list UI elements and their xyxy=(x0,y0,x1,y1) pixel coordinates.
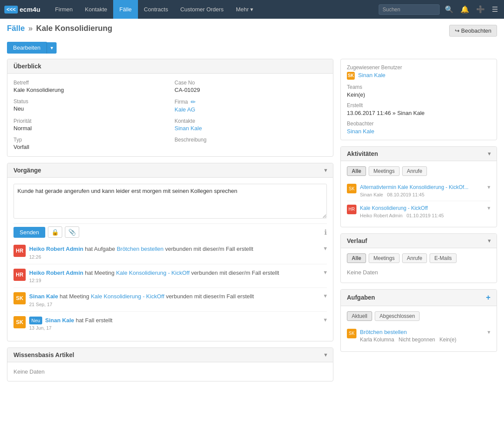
verlauf-collapse-icon[interactable]: ▾ xyxy=(488,238,491,244)
wissensbasis-body: Keine Daten xyxy=(7,362,333,381)
aufgabe-actions[interactable]: ▾ xyxy=(487,329,491,335)
firma-label: Firma ✏ xyxy=(175,98,327,105)
erstellt-label: Erstellt xyxy=(347,102,491,108)
wissensbasis-panel: Wissensbasis Artikel ▾ Keine Daten xyxy=(7,347,333,381)
nav-contracts[interactable]: Contracts xyxy=(138,0,175,19)
breadcrumb-row: Fälle » Kale Konsolidierung ↪ Beobachten xyxy=(7,24,497,37)
kontakte-value[interactable]: Sinan Kale xyxy=(175,125,327,132)
beobachten-button[interactable]: ↪ Beobachten xyxy=(449,25,497,37)
bearbeiten-dropdown[interactable]: ▾ xyxy=(47,42,57,54)
prioritaet-field: Priorität Normal xyxy=(13,118,166,132)
lock-button[interactable]: 🔒 xyxy=(48,226,62,238)
a-tab-aktuell[interactable]: Aktuell xyxy=(347,311,372,321)
aufgaben-header: Aufgaben + xyxy=(341,290,497,306)
aufgabe-title[interactable]: Brötchen bestellen xyxy=(360,329,484,335)
activity-content-3: Sinan Kale hat Meeting Kale Konsolidieru… xyxy=(29,292,320,307)
aufgabe-item: SK Brötchen bestellen Karla Kolumna Nich… xyxy=(347,325,491,346)
akti-tab-alle[interactable]: Alle xyxy=(347,166,366,176)
assigned-user-panel: Zugewiesener Benutzer SK Sinan Kale Team… xyxy=(340,59,497,140)
akti-title-1[interactable]: Alternativtermin Kale Konsolidierung - K… xyxy=(360,184,484,191)
activity-time-3: 21 Sep, 17 xyxy=(29,302,320,307)
activity-user-4[interactable]: Sinan Kale xyxy=(45,317,74,324)
status-row: Neu xyxy=(13,105,166,112)
betreff-field: Betreff Kale Konsolidierung xyxy=(13,80,166,93)
verlauf-body: Alle Meetings Anrufe E-Mails Keine Daten xyxy=(341,248,497,283)
activity-item: SK Neu Sinan Kale hat Fall erstellt 13 J… xyxy=(13,312,327,335)
activity-user-3[interactable]: Sinan Kale xyxy=(29,293,58,300)
assigned-user-value[interactable]: SK Sinan Kale xyxy=(347,72,491,80)
firma-edit-icon[interactable]: ✏ xyxy=(191,98,196,105)
logo[interactable]: <<< ecm4u xyxy=(4,6,40,13)
activity-time-1: 12:26 xyxy=(29,254,320,260)
activity-icon-3: SK xyxy=(13,292,26,304)
search-icon[interactable]: 🔍 xyxy=(443,5,455,13)
v-tab-anrufe[interactable]: Anrufe xyxy=(402,253,427,263)
akti-meta-2: Heiko Robert Admin 01.10.2019 11:45 xyxy=(360,213,484,218)
beobachten-label: ↪ Beobachten xyxy=(455,27,491,34)
verlauf-no-data: Keine Daten xyxy=(347,267,491,277)
aktivitaeten-collapse-icon[interactable]: ▾ xyxy=(488,151,491,157)
send-button[interactable]: Senden xyxy=(13,227,45,238)
wissensbasis-collapse-icon[interactable]: ▾ xyxy=(324,352,327,358)
activity-user-1[interactable]: Heiko Robert Admin xyxy=(29,246,83,252)
verlauf-header: Verlauf ▾ xyxy=(341,234,497,248)
firma-value[interactable]: Kale AG xyxy=(175,106,327,113)
bell-icon[interactable]: 🔔 xyxy=(459,5,471,13)
vorgaenge-collapse-icon[interactable]: ▾ xyxy=(324,167,327,173)
assigned-user-icon: SK xyxy=(347,72,355,80)
activity-actions-4[interactable]: ▾ xyxy=(324,316,327,323)
prioritaet-value: Normal xyxy=(13,125,166,132)
v-tab-alle[interactable]: Alle xyxy=(347,253,366,263)
a-tab-abgeschlossen[interactable]: Abgeschlossen xyxy=(375,311,420,321)
akti-tab-meetings[interactable]: Meetings xyxy=(369,166,400,176)
wissensbasis-header: Wissensbasis Artikel ▾ xyxy=(7,348,333,362)
v-tab-emails[interactable]: E-Mails xyxy=(430,253,457,263)
caseno-label: Case No xyxy=(175,80,327,86)
nav-firmen[interactable]: Firmen xyxy=(49,0,79,19)
activity-text-2: Heiko Robert Admin hat Meeting Kale Kons… xyxy=(29,269,320,277)
plus-icon[interactable]: ➕ xyxy=(474,5,487,13)
aktivitaeten-body: Alle Meetings Anrufe SK Alternativtermin… xyxy=(341,161,497,227)
erstellt-value: 13.06.2017 11:46 » Sinan Kale xyxy=(347,110,491,116)
vorgaenge-panel: Vorgänge ▾ Kunde hat gerade angerufen un… xyxy=(7,163,333,341)
nav-kontakte[interactable]: Kontakte xyxy=(79,0,113,19)
status-value: Neu xyxy=(13,105,24,112)
activity-actions-1[interactable]: ▾ xyxy=(324,245,327,252)
faelle-link[interactable]: Fälle xyxy=(7,24,25,33)
nav-items: Firmen Kontakte Fälle Contracts Customer… xyxy=(49,0,379,19)
breadcrumb-separator: » xyxy=(28,24,33,33)
v-tab-meetings[interactable]: Meetings xyxy=(369,253,400,263)
nav-faelle[interactable]: Fälle xyxy=(113,0,138,19)
search-input[interactable] xyxy=(379,4,440,15)
akti-title-2[interactable]: Kale Konsolidierung - KickOff xyxy=(360,205,484,212)
assigned-user-body: Zugewiesener Benutzer SK Sinan Kale Team… xyxy=(341,59,497,140)
vorgaenge-textarea[interactable]: Kunde hat gerade angerufen und kann leid… xyxy=(13,184,327,219)
akti-tab-anrufe[interactable]: Anrufe xyxy=(402,166,427,176)
beobachter-value[interactable]: Sinan Kale xyxy=(347,128,491,135)
caseno-field: Case No CA-01029 xyxy=(175,80,327,93)
nav-right: 🔍 🔔 ➕ ☰ xyxy=(379,4,500,15)
activity-actions-2[interactable]: ▾ xyxy=(324,269,327,276)
menu-icon[interactable]: ☰ xyxy=(490,5,500,13)
akti-actions-2[interactable]: ▾ xyxy=(487,205,491,211)
activity-item-link-3[interactable]: Kale Konsolidierung - KickOff xyxy=(91,293,165,300)
prioritaet-label: Priorität xyxy=(13,118,166,124)
send-info-icon: ℹ xyxy=(324,228,327,236)
verlauf-tabs: Alle Meetings Anrufe E-Mails xyxy=(347,253,491,263)
typ-label: Typ xyxy=(13,137,166,143)
aufgaben-add-icon[interactable]: + xyxy=(486,293,491,302)
activity-item-link-2[interactable]: Kale Konsolidierung - KickOff xyxy=(116,270,190,276)
activity-text-3: Sinan Kale hat Meeting Kale Konsolidieru… xyxy=(29,292,320,301)
main-layout: Überblick Betreff Kale Konsolidierung Ca… xyxy=(7,59,497,388)
bearbeiten-button[interactable]: Bearbeiten xyxy=(7,42,47,54)
activity-actions-3[interactable]: ▾ xyxy=(324,292,327,299)
activity-user-2[interactable]: Heiko Robert Admin xyxy=(29,270,83,276)
nav-customer-orders[interactable]: Customer Orders xyxy=(174,0,230,19)
akti-actions-1[interactable]: ▾ xyxy=(487,184,491,190)
aktivitaeten-header: Aktivitäten ▾ xyxy=(341,147,497,161)
attachment-button[interactable]: 📎 xyxy=(65,226,79,238)
aufgabe-meta: Karla Kolumna Nicht begonnen Kein(e) xyxy=(360,337,484,343)
activity-item-link-1[interactable]: Brötchen bestellen xyxy=(117,246,164,252)
nav-mehr[interactable]: Mehr ▾ xyxy=(230,0,259,19)
akti-content-2: Kale Konsolidierung - KickOff Heiko Robe… xyxy=(360,205,484,218)
